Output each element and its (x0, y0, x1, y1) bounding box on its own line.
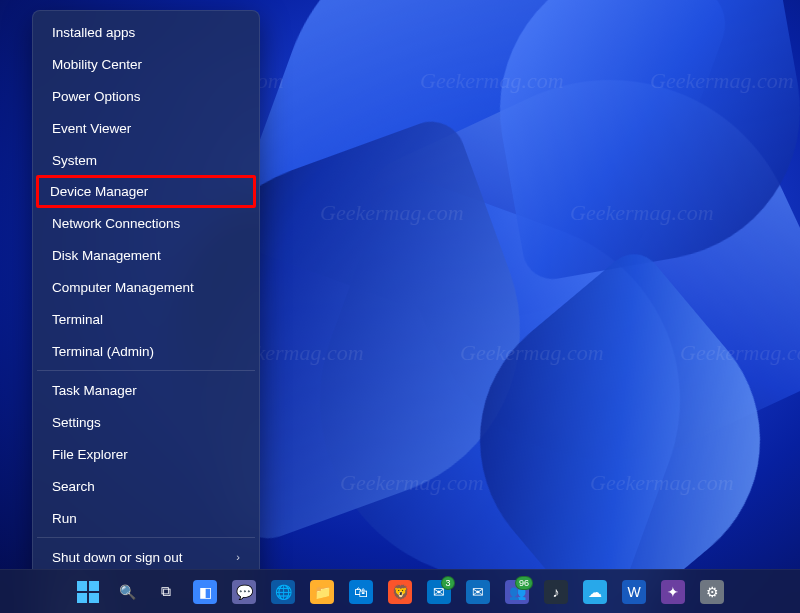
windows-logo-icon (77, 581, 99, 603)
menu-search[interactable]: Search (38, 470, 254, 502)
menu-item-label: Network Connections (52, 216, 180, 231)
chevron-right-icon: › (236, 551, 240, 563)
menu-item-label: Shut down or sign out (52, 550, 183, 565)
word-icon: W (622, 580, 646, 604)
mail-button[interactable]: ✉3 (422, 575, 456, 609)
chat-icon: 💬 (232, 580, 256, 604)
menu-power-options[interactable]: Power Options (38, 80, 254, 112)
winx-context-menu: Installed appsMobility CenterPower Optio… (32, 10, 260, 613)
outlook-icon: ✉ (466, 580, 490, 604)
menu-item-label: System (52, 153, 97, 168)
menu-item-label: Task Manager (52, 383, 137, 398)
menu-item-label: File Explorer (52, 447, 128, 462)
search-button[interactable]: 🔍 (110, 575, 144, 609)
notification-badge: 96 (515, 576, 533, 590)
store-button[interactable]: 🛍 (344, 575, 378, 609)
chat-button[interactable]: 💬 (227, 575, 261, 609)
menu-settings[interactable]: Settings (38, 406, 254, 438)
taskbar: 🔍⧉◧💬🌐📁🛍🦁✉3✉👥96♪☁W✦⚙ (0, 569, 800, 613)
copilot-button[interactable]: ✦ (656, 575, 690, 609)
menu-item-label: Mobility Center (52, 57, 142, 72)
menu-item-label: Run (52, 511, 77, 526)
menu-item-label: Power Options (52, 89, 141, 104)
amazon-music-button[interactable]: ♪ (539, 575, 573, 609)
menu-terminal[interactable]: Terminal (38, 303, 254, 335)
menu-separator (37, 370, 255, 371)
onedrive-icon: ☁ (583, 580, 607, 604)
menu-separator (37, 537, 255, 538)
start-button[interactable] (71, 575, 105, 609)
menu-item-label: Settings (52, 415, 101, 430)
menu-device-manager[interactable]: Device Manager (36, 175, 256, 208)
settings-button[interactable]: ⚙ (695, 575, 729, 609)
menu-mobility-center[interactable]: Mobility Center (38, 48, 254, 80)
menu-item-label: Installed apps (52, 25, 135, 40)
menu-file-explorer[interactable]: File Explorer (38, 438, 254, 470)
store-icon: 🛍 (349, 580, 373, 604)
folder-icon: 📁 (310, 580, 334, 604)
search-icon: 🔍 (115, 580, 139, 604)
amazon-music-icon: ♪ (544, 580, 568, 604)
menu-installed-apps[interactable]: Installed apps (38, 16, 254, 48)
menu-item-label: Event Viewer (52, 121, 131, 136)
explorer-button[interactable]: 📁 (305, 575, 339, 609)
teams-button[interactable]: 👥96 (500, 575, 534, 609)
menu-event-viewer[interactable]: Event Viewer (38, 112, 254, 144)
menu-item-label: Computer Management (52, 280, 194, 295)
word-button[interactable]: W (617, 575, 651, 609)
menu-network-connections[interactable]: Network Connections (38, 207, 254, 239)
edge-button[interactable]: 🌐 (266, 575, 300, 609)
task-view-button[interactable]: ⧉ (149, 575, 183, 609)
taskview-icon: ⧉ (154, 580, 178, 604)
outlook-button[interactable]: ✉ (461, 575, 495, 609)
menu-disk-management[interactable]: Disk Management (38, 239, 254, 271)
widgets-icon: ◧ (193, 580, 217, 604)
gear-icon: ⚙ (700, 580, 724, 604)
menu-item-label: Disk Management (52, 248, 161, 263)
brave-button[interactable]: 🦁 (383, 575, 417, 609)
menu-item-label: Terminal (52, 312, 103, 327)
menu-computer-management[interactable]: Computer Management (38, 271, 254, 303)
menu-system[interactable]: System (38, 144, 254, 176)
menu-item-label: Device Manager (50, 184, 148, 199)
brave-icon: 🦁 (388, 580, 412, 604)
menu-task-manager[interactable]: Task Manager (38, 374, 254, 406)
copilot-icon: ✦ (661, 580, 685, 604)
widgets-button[interactable]: ◧ (188, 575, 222, 609)
menu-terminal-admin[interactable]: Terminal (Admin) (38, 335, 254, 367)
onedrive-button[interactable]: ☁ (578, 575, 612, 609)
menu-item-label: Terminal (Admin) (52, 344, 154, 359)
notification-badge: 3 (441, 576, 455, 590)
menu-run[interactable]: Run (38, 502, 254, 534)
menu-item-label: Search (52, 479, 95, 494)
edge-icon: 🌐 (271, 580, 295, 604)
